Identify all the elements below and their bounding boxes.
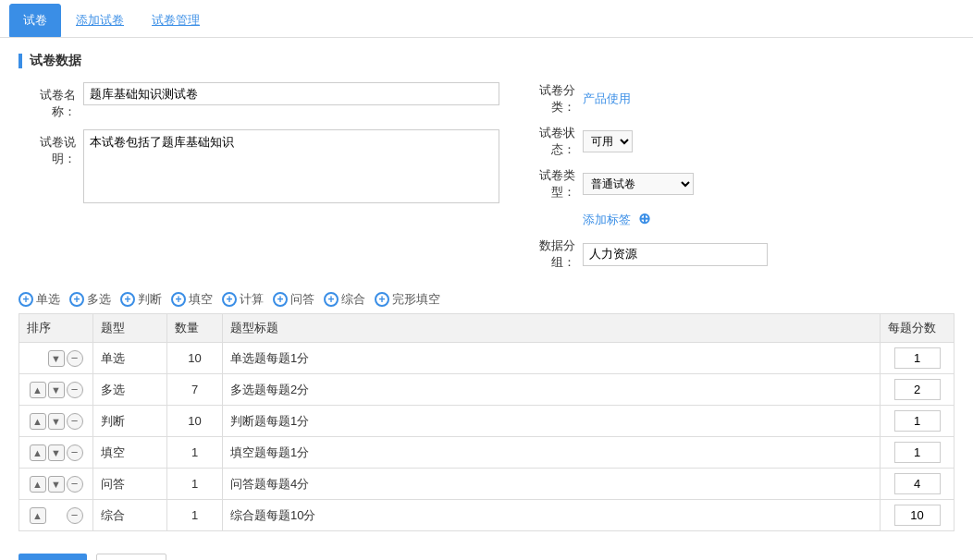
- cell-type-3: 填空: [93, 437, 167, 469]
- tab-manage[interactable]: 试卷管理: [139, 5, 213, 36]
- ctrl-icons-3: ▲▼−: [27, 444, 85, 461]
- score-input-5[interactable]: [894, 505, 941, 526]
- remove-btn-4[interactable]: −: [67, 476, 83, 493]
- remove-btn-5[interactable]: −: [67, 507, 83, 524]
- cell-type-4: 问答: [93, 469, 167, 500]
- add-btn-comp[interactable]: + 综合: [324, 291, 365, 308]
- type-row: 试卷类型： 普通试卷 练习试卷 考试试卷: [518, 167, 955, 201]
- cell-title-4: 问答题每题4分: [223, 469, 881, 500]
- tab-add[interactable]: 添加试卷: [63, 5, 137, 36]
- cell-seq-4: ▲▼−: [19, 469, 93, 500]
- table-row: ▲▼−单选10单选题每题1分: [19, 343, 955, 374]
- add-tag-btn[interactable]: 添加标签 ⊕: [583, 210, 650, 228]
- desc-label: 试卷说明：: [18, 129, 83, 167]
- table-header-row: 排序 题型 数量 题型标题 每题分数: [19, 314, 955, 343]
- form-area: 试卷名称： 试卷说明： 本试卷包括了题库基础知识 试卷分类： 产品使用 试卷状态…: [18, 82, 955, 280]
- score-input-4[interactable]: [894, 473, 941, 494]
- save-button[interactable]: 保存: [18, 554, 87, 560]
- cell-seq-5: ▲▼−: [19, 500, 93, 531]
- cell-seq-1: ▲▼−: [19, 374, 93, 406]
- down-btn-4[interactable]: ▼: [48, 476, 65, 493]
- name-input-wrap: [83, 82, 499, 105]
- cell-num-5: 1: [167, 500, 223, 531]
- cell-type-0: 单选: [93, 343, 167, 374]
- add-btn-calc[interactable]: + 计算: [222, 291, 264, 308]
- th-score: 每题分数: [881, 314, 955, 343]
- cell-score-0: [881, 343, 955, 374]
- add-btn-complete[interactable]: + 完形填空: [375, 291, 440, 308]
- add-btn-circle-calc: +: [222, 292, 237, 307]
- section-title: 试卷数据: [18, 53, 955, 69]
- score-input-3[interactable]: [894, 442, 941, 463]
- category-label: 试卷分类：: [518, 82, 583, 116]
- section-title-bar: [18, 54, 22, 68]
- down-btn-2[interactable]: ▼: [48, 413, 65, 430]
- remove-btn-1[interactable]: −: [67, 382, 83, 398]
- cell-type-2: 判断: [93, 406, 167, 437]
- down-btn-0[interactable]: ▼: [48, 350, 65, 367]
- tab-exam[interactable]: 试卷: [9, 4, 61, 37]
- ctrl-icons-5: ▲▼−: [27, 507, 85, 524]
- type-select[interactable]: 普通试卷 练习试卷 考试试卷: [583, 173, 694, 195]
- add-btn-circle-fill: +: [171, 292, 186, 307]
- cell-score-1: [881, 374, 955, 406]
- up-btn-2[interactable]: ▲: [30, 413, 46, 430]
- up-btn-4[interactable]: ▲: [30, 476, 46, 493]
- cell-type-5: 综合: [93, 500, 167, 531]
- th-type: 题型: [93, 314, 167, 343]
- status-label: 试卷状态：: [518, 125, 583, 158]
- score-input-1[interactable]: [894, 379, 941, 400]
- cell-num-3: 1: [167, 437, 223, 469]
- data-group-input[interactable]: [583, 243, 768, 266]
- add-btn-qa[interactable]: + 问答: [273, 291, 314, 308]
- remove-btn-2[interactable]: −: [67, 413, 83, 430]
- category-value: 产品使用: [583, 91, 631, 107]
- table-row: ▲▼−综合1综合题每题10分: [19, 500, 955, 531]
- section-title-text: 试卷数据: [30, 53, 81, 69]
- form-left: 试卷名称： 试卷说明： 本试卷包括了题库基础知识: [18, 82, 499, 215]
- table-row: ▲▼−填空1填空题每题1分: [19, 437, 955, 469]
- up-btn-1[interactable]: ▲: [30, 382, 46, 398]
- status-row: 试卷状态： 可用 禁用: [518, 125, 955, 158]
- add-btn-label-comp: 综合: [341, 291, 365, 308]
- add-btn-single[interactable]: + 单选: [18, 291, 60, 308]
- add-btn-multi[interactable]: + 多选: [69, 291, 111, 308]
- footer-btns: 保存 关闭: [18, 544, 955, 560]
- add-btn-circle-qa: +: [273, 292, 288, 307]
- table-body: ▲▼−单选10单选题每题1分▲▼−多选7多选题每题2分▲▼−判断10判断题每题1…: [19, 343, 955, 531]
- desc-input-wrap: 本试卷包括了题库基础知识: [83, 129, 499, 206]
- cell-seq-0: ▲▼−: [19, 343, 93, 374]
- add-btn-label-single: 单选: [36, 291, 60, 308]
- remove-btn-0[interactable]: −: [67, 350, 83, 367]
- th-num: 数量: [167, 314, 223, 343]
- cell-title-1: 多选题每题2分: [223, 374, 881, 406]
- close-button[interactable]: 关闭: [96, 554, 166, 560]
- score-input-0[interactable]: [894, 347, 941, 369]
- score-input-2[interactable]: [894, 410, 941, 432]
- ctrl-icons-1: ▲▼−: [27, 382, 85, 398]
- cell-num-1: 7: [167, 374, 223, 406]
- down-btn-1[interactable]: ▼: [48, 382, 65, 398]
- add-btn-circle-single: +: [18, 292, 33, 307]
- th-title: 题型标题: [223, 314, 881, 343]
- cell-seq-2: ▲▼−: [19, 406, 93, 437]
- add-btn-label-complete: 完形填空: [392, 291, 440, 308]
- name-input[interactable]: [83, 82, 499, 105]
- up-btn-3[interactable]: ▲: [30, 444, 46, 461]
- down-btn-3[interactable]: ▼: [48, 444, 65, 461]
- add-btn-judge[interactable]: + 判断: [120, 291, 162, 308]
- top-tabs: 试卷 添加试卷 试卷管理: [0, 0, 973, 38]
- cell-title-3: 填空题每题1分: [223, 437, 881, 469]
- status-select[interactable]: 可用 禁用: [583, 130, 633, 152]
- cell-num-0: 10: [167, 343, 223, 374]
- remove-btn-3[interactable]: −: [67, 444, 83, 461]
- up-btn-5[interactable]: ▲: [30, 507, 46, 524]
- question-table: 排序 题型 数量 题型标题 每题分数 ▲▼−单选10单选题每题1分▲▼−多选7多…: [18, 313, 955, 531]
- desc-textarea[interactable]: 本试卷包括了题库基础知识: [83, 129, 499, 203]
- add-btn-fill[interactable]: + 填空: [171, 291, 213, 308]
- add-buttons-row: + 单选 + 多选 + 判断 + 填空 + 计算 + 问答 + 综合 + 完形填: [18, 291, 955, 308]
- cell-title-0: 单选题每题1分: [223, 343, 881, 374]
- add-btn-circle-comp: +: [324, 292, 339, 307]
- table-row: ▲▼−判断10判断题每题1分: [19, 406, 955, 437]
- cell-num-4: 1: [167, 469, 223, 500]
